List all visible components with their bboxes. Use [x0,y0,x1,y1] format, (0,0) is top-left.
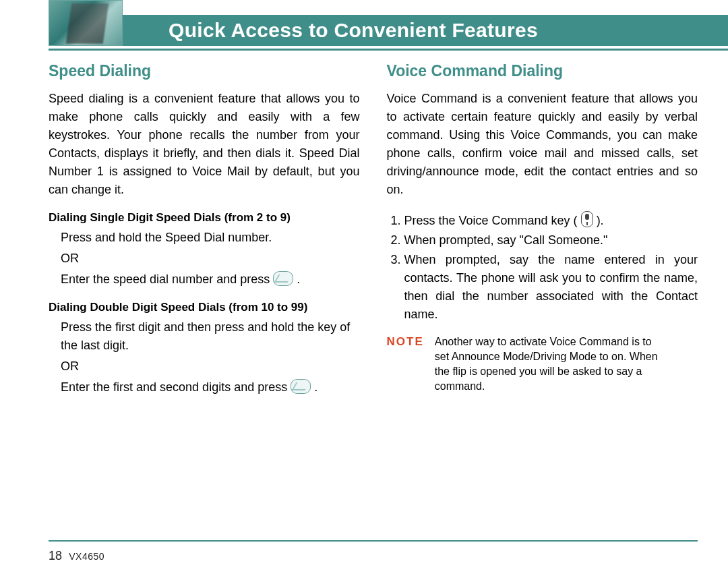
header-title-bar: Quick Access to Convenient Features [123,15,728,46]
voice-step-3: When prompted, say the name entered in y… [404,251,698,324]
note-body: Another way to activate Voice Command is… [435,334,664,394]
single-digit-body: Press and hold the Speed Dial number. OR… [61,229,360,289]
page-header: Quick Access to Convenient Features [0,0,728,49]
speed-dialing-intro: Speed dialing is a convenient feature th… [49,90,360,199]
voice-command-note: NOTE Another way to activate Voice Comma… [387,334,698,394]
voice-step-2: When prompted, say "Call Someone." [404,231,698,250]
footer-divider [49,540,698,542]
single-digit-line1: Press and hold the Speed Dial number. [61,229,360,247]
voice-command-intro: Voice Command is a convenient feature th… [387,90,698,199]
voice-command-steps: Press the Voice Command key ( ). When pr… [387,211,698,324]
manual-page: Quick Access to Convenient Features Spee… [0,0,728,582]
note-label: NOTE [387,334,424,394]
send-key-icon [273,271,293,286]
left-column: Speed Dialing Speed dialing is a conveni… [49,62,360,528]
single-digit-line2: Enter the speed dial number and press . [61,270,360,289]
header-divider [49,49,728,51]
double-digit-body: Press the first digit and then press and… [61,318,360,397]
right-column: Voice Command Dialing Voice Command is a… [387,62,698,528]
page-number: 18 [49,549,62,562]
voice-command-heading: Voice Command Dialing [387,62,698,80]
voice-step-1: Press the Voice Command key ( ). [404,211,698,230]
double-digit-or: OR [61,357,360,376]
page-footer: 18 VX4650 [49,549,104,563]
page-title: Quick Access to Convenient Features [169,19,538,42]
model-number: VX4650 [69,551,104,562]
send-key-icon [291,379,311,394]
double-digit-heading: Dialing Double Digit Speed Dials (from 1… [49,301,360,314]
double-digit-line2: Enter the first and second digits and pr… [61,378,360,397]
double-digit-line1: Press the first digit and then press and… [61,318,360,355]
voice-command-key-icon [581,211,593,227]
single-digit-or: OR [61,250,360,268]
content-columns: Speed Dialing Speed dialing is a conveni… [49,62,698,528]
single-digit-heading: Dialing Single Digit Speed Dials (from 2… [49,211,360,225]
speed-dialing-heading: Speed Dialing [49,62,360,80]
header-thumbnail-image [49,0,123,46]
